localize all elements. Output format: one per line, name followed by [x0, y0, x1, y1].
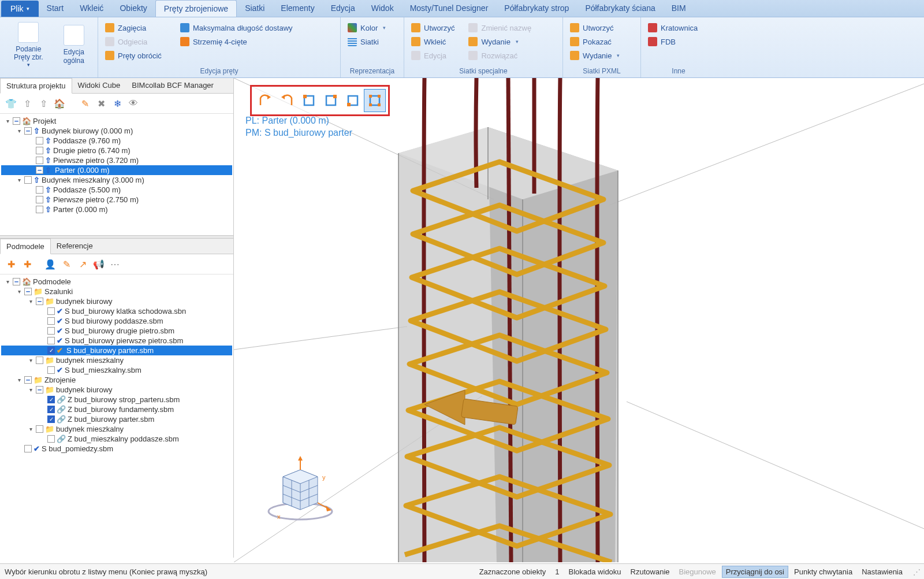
ribbon-tab-siatki[interactable]: Siatki — [237, 0, 273, 17]
tree-row[interactable]: ⇧Parter (0.000 m) — [1, 165, 232, 175]
checkbox[interactable] — [36, 157, 43, 164]
checkbox[interactable] — [47, 435, 55, 443]
pxml-pokazac-button[interactable]: Pokazać — [568, 36, 636, 47]
wydanie-button[interactable]: Wydanie▾ — [466, 36, 534, 47]
checkbox-partial[interactable] — [24, 288, 32, 295]
home-up-icon[interactable]: 🏠 — [53, 97, 66, 110]
checkbox[interactable] — [36, 196, 43, 203]
checkbox[interactable] — [47, 307, 55, 315]
expand-caret[interactable]: ▾ — [27, 357, 34, 363]
rotate-cw-icon[interactable] — [254, 89, 276, 112]
announce-icon[interactable]: 📢 — [92, 258, 105, 270]
checkbox[interactable] — [36, 206, 43, 213]
ribbon-tab-start[interactable]: Start — [39, 0, 72, 17]
checkbox[interactable] — [47, 337, 55, 344]
tree-row[interactable]: 🔗Z bud_mieszkalny poddasze.sbm — [1, 434, 232, 444]
tree-row[interactable]: ▾📁budynek mieszkalny — [1, 424, 232, 434]
tree-row[interactable]: ⇧Poddasze (9.760 m) — [1, 136, 232, 146]
arrow-up-icon[interactable]: ⇧ — [37, 97, 50, 110]
tab-bimcollab[interactable]: BIMcollab BCF Manager — [126, 78, 219, 93]
tree-row[interactable]: ✔S bud_mieszkalny.sbm — [1, 365, 232, 375]
expand-caret[interactable]: ▾ — [16, 177, 23, 183]
ribbon-tab-p-fabrykaty-ciana[interactable]: Półfabrykaty ściana — [577, 0, 663, 17]
square-tl-icon[interactable] — [298, 89, 320, 112]
tree-row[interactable]: ✔S bud_biurowy pierwsze pietro.sbm — [1, 336, 232, 346]
checkbox[interactable] — [24, 176, 32, 184]
tree-row[interactable]: ▾📁budynek mieszkalny — [1, 355, 232, 365]
tree-row[interactable]: ⇧Pierwsze pietro (2.750 m) — [1, 195, 232, 205]
expand-caret[interactable]: ▾ — [16, 377, 23, 383]
structure-tree[interactable]: ▾🏠Projekt▾⇧Budynek biurowy (0.000 m)⇧Pod… — [0, 114, 233, 235]
expand-caret[interactable]: ▾ — [27, 426, 34, 432]
checkbox-checked[interactable] — [47, 415, 55, 423]
file-menu-button[interactable]: Plik — [1, 1, 39, 17]
rozwiazac-button[interactable]: Rozwiązać — [466, 50, 534, 61]
ribbon-tab-mosty-tunel-designer[interactable]: Mosty/Tunel Designer — [402, 0, 497, 17]
ribbon-tab-p-fabrykaty-strop[interactable]: Półfabrykaty strop — [496, 0, 577, 17]
tree-row[interactable]: 🔗Z bud_biurowy parter.sbm — [1, 414, 232, 424]
tree-row[interactable]: ▾🏠Podmodele — [1, 277, 232, 287]
tree-row[interactable]: ⇧Pierwsze pietro (3.720 m) — [1, 155, 232, 165]
edycja-ogolna-button[interactable]: Edycja ogólna — [55, 20, 93, 70]
tree-row[interactable]: 🔗Z bud_biurowy strop_parteru.sbm — [1, 395, 232, 404]
orientation-cube[interactable]: y x — [266, 454, 335, 523]
ribbon-tab-pr-ty-zbrojeniowe[interactable]: Pręty zbrojeniowe — [155, 0, 237, 17]
edycja-siatki-button[interactable]: Edycja — [409, 50, 457, 61]
tree-row[interactable]: ✔S bud_biurowy drugie pietro.sbm — [1, 326, 232, 336]
max-dlugosc-button[interactable]: Maksymalna długość dostawy — [178, 22, 295, 34]
tree-row[interactable]: ▾📁budynek biurowy — [1, 385, 232, 395]
tree-row[interactable]: ⇧Poddasze (5.500 m) — [1, 185, 232, 195]
more-icon[interactable]: ⋯ — [109, 258, 121, 270]
add-icon[interactable]: ✚ — [5, 258, 17, 270]
ribbon-tab-bim[interactable]: BIM — [664, 0, 694, 17]
eye-icon[interactable]: 👁 — [127, 97, 140, 110]
snowflake-icon[interactable]: ❄ — [111, 97, 124, 110]
checkbox[interactable] — [47, 327, 55, 335]
square-bl-icon[interactable] — [342, 89, 364, 112]
checkbox-checked[interactable] — [47, 396, 55, 403]
checkbox[interactable] — [24, 445, 32, 452]
ribbon-tab-elementy[interactable]: Elementy — [273, 0, 322, 17]
tree-row[interactable]: ✔S bud_biurowy parter.sbm — [1, 346, 232, 355]
kolor-button[interactable]: Kolor▾ — [345, 22, 399, 34]
tree-row[interactable]: ▾📁Szalunki — [1, 287, 232, 296]
checkbox-partial[interactable] — [36, 298, 43, 305]
ribbon-tab-wklei-[interactable]: Wkleić — [72, 0, 111, 17]
rotate-ccw-icon[interactable] — [276, 89, 298, 112]
expand-caret[interactable]: ▾ — [16, 128, 23, 134]
tab-widoki-cube[interactable]: Widoki Cube — [72, 78, 126, 93]
checkbox-partial[interactable] — [13, 117, 20, 125]
checkbox-partial[interactable] — [24, 376, 32, 384]
podanie-button[interactable]: Podanie Pręty zbr.▾ — [5, 20, 53, 70]
edit-icon[interactable]: ✎ — [79, 97, 91, 110]
status-item[interactable]: Rzutowanie — [627, 566, 673, 577]
tree-row[interactable]: ⇧Parter (0.000 m) — [1, 205, 232, 214]
expand-caret[interactable]: ▾ — [27, 298, 34, 305]
user-icon[interactable]: 👤 — [44, 258, 57, 270]
ribbon-tab-obiekty[interactable]: Obiekty — [111, 0, 155, 17]
tab-podmodele[interactable]: Podmodele — [0, 239, 51, 254]
expand-caret[interactable]: ▾ — [16, 288, 23, 295]
pxml-wydanie-button[interactable]: Wydanie▾ — [568, 50, 636, 61]
status-item[interactable]: Przyciągnij do osi — [722, 566, 788, 578]
siatki-button[interactable]: Siatki — [345, 36, 399, 47]
checkbox-checked[interactable] — [47, 406, 55, 413]
status-item[interactable]: Punkty chwytania — [791, 566, 856, 577]
checkbox[interactable] — [47, 317, 55, 325]
checkbox-partial[interactable] — [13, 278, 20, 285]
status-item[interactable]: Blokada widoku — [565, 566, 625, 577]
submodel-tree[interactable]: ▾🏠Podmodele▾📁Szalunki▾📁budynek biurowy✔S… — [0, 274, 233, 558]
odgiecia-button[interactable]: Odgiecia — [103, 36, 164, 47]
checkbox-partial[interactable] — [24, 127, 32, 135]
tree-row[interactable]: ✔S bud biurowy poddasze.sbm — [1, 316, 232, 326]
kratownica-button[interactable]: Kratownica — [646, 22, 711, 34]
viewport-3d[interactable]: PL: Parter (0.000 m) PM: S bud_biurowy p… — [234, 78, 924, 563]
tshirt-icon[interactable]: 👕 — [5, 97, 17, 110]
checkbox[interactable] — [36, 186, 43, 194]
prety-obrocic-button[interactable]: Pręty obrócić — [103, 50, 164, 61]
zagiecia-button[interactable]: Zagięcia — [103, 22, 164, 34]
tree-row[interactable]: ▾🏠Projekt — [1, 116, 232, 126]
checkbox-partial[interactable] — [36, 386, 43, 394]
status-item[interactable]: Biegunowe — [676, 566, 720, 577]
status-item[interactable]: Zaznaczone obiekty — [476, 566, 550, 577]
